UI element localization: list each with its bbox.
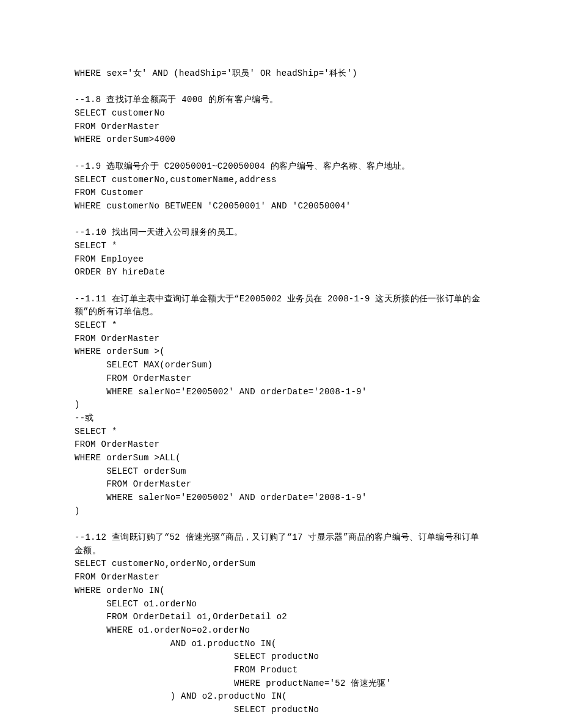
code-line [75, 81, 487, 94]
code-line: ) [75, 505, 487, 518]
code-line: FROM OrderMaster [75, 120, 487, 134]
code-line [75, 518, 487, 531]
code-line: WHERE orderSum >ALL( [75, 452, 487, 465]
document-page: WHERE sex='女' AND (headShip='职员' OR head… [0, 0, 562, 728]
code-line: WHERE orderNo IN( [75, 584, 487, 598]
code-line: WHERE orderSum >( [75, 345, 487, 359]
code-line: ORDER BY hireDate [75, 266, 487, 279]
code-line: --1.9 选取编号介于 C20050001~C20050004 的客户编号、客… [75, 160, 487, 174]
code-line: WHERE sex='女' AND (headShip='职员' OR head… [75, 67, 487, 81]
code-line: FROM OrderMaster [75, 478, 487, 491]
code-line: ) [75, 399, 487, 412]
code-line: FROM OrderMaster [75, 333, 487, 346]
code-line: WHERE salerNo='E2005002' AND orderDate='… [75, 386, 487, 399]
code-line: SELECT o1.orderNo [75, 598, 487, 611]
code-line: SELECT productNo [75, 650, 487, 664]
code-line: WHERE orderSum>4000 [75, 133, 487, 147]
code-line: WHERE customerNo BETWEEN 'C20050001' AND… [75, 200, 487, 213]
code-line: SELECT MAX(orderSum) [75, 359, 487, 372]
code-line: --1.11 在订单主表中查询订单金额大于“E2005002 业务员在 2008… [75, 293, 487, 319]
code-line: FROM Customer [75, 186, 487, 200]
code-line: SELECT * [75, 319, 487, 333]
code-line: WHERE o1.orderNo=o2.orderNo [75, 624, 487, 638]
code-line: SELECT customerNo,orderNo,orderSum [75, 557, 487, 571]
code-line: --1.8 查找订单金额高于 4000 的所有客户编号。 [75, 94, 487, 107]
code-line: WHERE productName='52 倍速光驱' [75, 677, 487, 691]
code-line: FROM Product [75, 664, 487, 677]
code-line: WHERE salerNo='E2005002' AND orderDate='… [75, 491, 487, 505]
code-line: SELECT * [75, 240, 487, 253]
code-line: --1.12 查询既订购了“52 倍速光驱”商品，又订购了“17 寸显示器”商品… [75, 531, 487, 557]
code-line [75, 213, 487, 227]
code-line: AND o1.productNo IN( [75, 638, 487, 651]
code-line: SELECT * [75, 425, 487, 439]
code-line: FROM OrderMaster [75, 571, 487, 584]
code-line: --或 [75, 412, 487, 425]
code-line: ) AND o2.productNo IN( [75, 690, 487, 704]
code-line: SELECT customerNo [75, 107, 487, 120]
code-line [75, 279, 487, 293]
code-line: FROM Employee [75, 253, 487, 267]
code-line: SELECT customerNo,customerName,address [75, 174, 487, 187]
code-line: FROM OrderMaster [75, 438, 487, 452]
code-line: SELECT productNo [75, 704, 487, 717]
code-line: FROM OrderMaster [75, 372, 487, 386]
code-line [75, 147, 487, 160]
code-line: FROM OrderDetail o1,OrderDetail o2 [75, 611, 487, 624]
code-line: SELECT orderSum [75, 465, 487, 479]
code-line: --1.10 找出同一天进入公司服务的员工。 [75, 226, 487, 240]
